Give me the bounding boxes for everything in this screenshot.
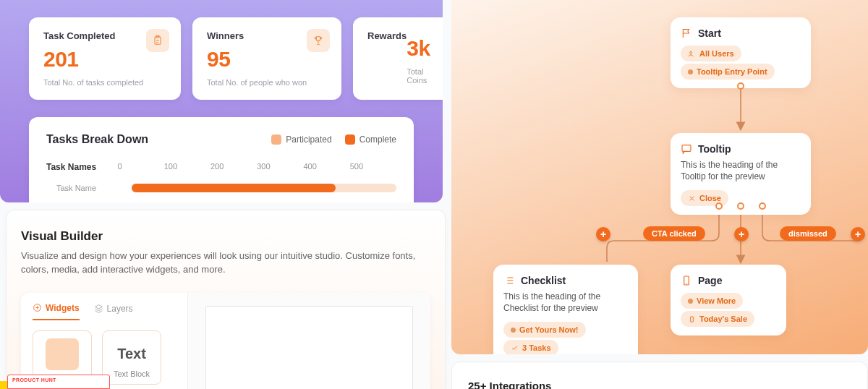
breakdown-bar: Task Name: [46, 184, 396, 192]
port-out[interactable]: [737, 82, 744, 90]
tab-layers[interactable]: Layers: [94, 304, 133, 320]
flow-canvas[interactable]: Start All Users Tooltip Entry Point Tool…: [451, 0, 868, 354]
pill-get-yours[interactable]: Get Yours Now!: [503, 322, 586, 338]
plus-circle-icon: [33, 303, 42, 312]
pill-3-tasks[interactable]: 3 Tasks: [503, 340, 558, 354]
trophy-icon: [307, 29, 330, 52]
flow-node-page[interactable]: Page View More Today's Sale: [671, 265, 786, 335]
stat-card-winners: Winners 95 Total No. of people who won: [192, 17, 341, 100]
pill-all-users[interactable]: All Users: [681, 46, 741, 61]
stat-title: Rewards: [367, 30, 407, 90]
legend-completed: Complete: [345, 134, 396, 145]
stat-sub: Total No. of people who won: [207, 78, 327, 87]
add-edge-button[interactable]: +: [734, 227, 749, 241]
flow-node-checklist[interactable]: Checklist This is the heading of the Che…: [493, 265, 638, 354]
flag-icon: [681, 27, 692, 39]
port-out[interactable]: [759, 202, 766, 210]
phone-icon: [681, 275, 692, 286]
list-icon: [503, 275, 515, 286]
phone-icon: [688, 315, 696, 323]
tab-widgets[interactable]: Widgets: [33, 303, 80, 320]
breakdown-title: Tasks Break Down: [46, 133, 271, 146]
stat-sub: Total No. of tasks completed: [43, 78, 166, 87]
edge-label-cta[interactable]: CTA clicked: [643, 226, 705, 241]
flow-node-start[interactable]: Start All Users Tooltip Entry Point: [671, 17, 811, 88]
stat-card-tasks: Task Completed 201 Total No. of tasks co…: [29, 17, 181, 100]
port-out[interactable]: [737, 202, 744, 210]
stat-card-rewards: Rewards 3k Total Coins 500 Total Coup: [353, 17, 443, 100]
widget-text[interactable]: Text Text Block: [102, 330, 161, 385]
users-icon: [688, 50, 696, 58]
add-edge-button[interactable]: +: [596, 227, 610, 241]
legend-participated: Participated: [271, 134, 331, 145]
pill-today-sale[interactable]: Today's Sale: [681, 311, 754, 327]
x-icon: [688, 194, 696, 202]
visual-builder-title: Visual Builder: [21, 229, 430, 244]
add-edge-button[interactable]: +: [851, 227, 865, 241]
stat-cards-row: Task Completed 201 Total No. of tasks co…: [6, 17, 437, 100]
clipboard-icon: [146, 29, 169, 52]
svg-rect-4: [682, 145, 691, 152]
product-hunt-badge[interactable]: PRODUCT HUNT: [7, 375, 110, 389]
stat-value: 3k: [407, 36, 430, 61]
visual-builder-panel: Visual Builder Visualize and design how …: [6, 210, 446, 389]
port-out[interactable]: [715, 202, 723, 210]
check-icon: [511, 344, 519, 352]
tasks-breakdown-card: Tasks Break Down Participated Complete T…: [29, 117, 414, 202]
stat-sub: Total Coins: [407, 67, 430, 85]
integrations-title: 25+ Integrations: [468, 380, 851, 389]
breakdown-scale: Task Names 0 100 200 300 400 500: [46, 162, 396, 172]
integrations-panel: 25+ Integrations: [451, 362, 868, 389]
pill-view-more[interactable]: View More: [681, 293, 743, 309]
edge-label-dismissed[interactable]: dismissed: [780, 226, 836, 241]
svg-rect-6: [691, 316, 694, 321]
canvas[interactable]: [187, 293, 430, 389]
layers-icon: [94, 304, 103, 313]
bar-fill: [132, 184, 336, 192]
message-icon: [681, 143, 692, 155]
visual-builder-desc: Visualize and design how your experience…: [21, 249, 430, 277]
svg-point-3: [690, 51, 692, 54]
ph-corner: [0, 381, 7, 389]
pill-entry-point[interactable]: Tooltip Entry Point: [681, 64, 775, 80]
